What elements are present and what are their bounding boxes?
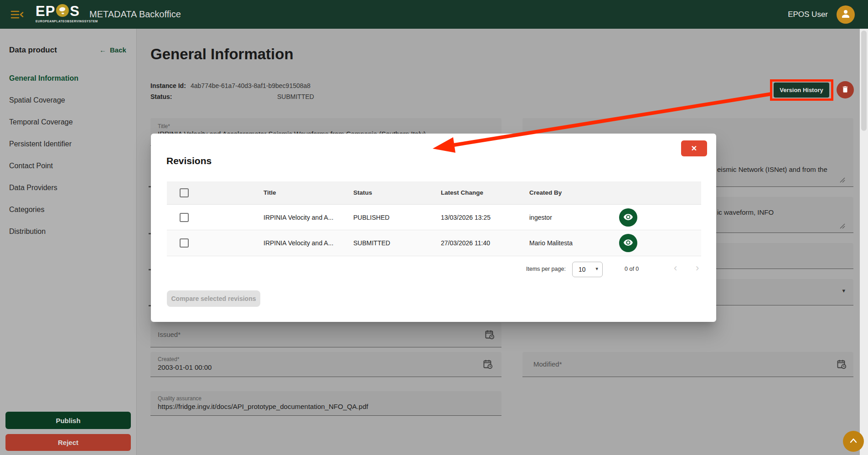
eye-icon <box>623 238 633 249</box>
column-header-latest-change: Latest Change <box>441 189 483 196</box>
cell-title: IRPINIA Velocity and A... <box>264 214 333 221</box>
chevron-up-icon <box>847 435 859 448</box>
delete-button[interactable] <box>837 81 854 98</box>
dropdown-arrow-icon: ▾ <box>595 266 598 272</box>
page-range-label: 0 of 0 <box>625 266 639 272</box>
trash-icon <box>841 85 849 95</box>
logo-text-ep: EP <box>36 3 55 20</box>
resize-handle-icon[interactable] <box>839 223 846 229</box>
status-badge: SUBMITTED <box>277 93 314 100</box>
calendar-clock-icon[interactable] <box>482 359 493 370</box>
column-header-title: Title <box>264 189 276 196</box>
sidebar-item-contact-point[interactable]: Contact Point <box>9 162 128 170</box>
next-page-icon[interactable]: › <box>696 262 699 274</box>
select-all-checkbox[interactable] <box>180 188 189 197</box>
sidebar-item-distribution[interactable]: Distribution <box>9 228 128 236</box>
calendar-clock-icon[interactable] <box>836 359 847 370</box>
table-row: IRPINIA Velocity and A... SUBMITTED 27/0… <box>167 230 701 256</box>
version-history-button[interactable]: Version History <box>774 83 829 98</box>
epos-logo[interactable]: EP S EUROPEANPLATEOBSERVINGSYSTEM <box>36 2 91 27</box>
menu-open-icon[interactable] <box>10 8 24 21</box>
cell-title: IRPINIA Velocity and A... <box>264 239 333 247</box>
eye-icon <box>623 212 633 223</box>
modified-field-label: Modified* <box>533 360 562 368</box>
created-field-label: Created* <box>158 356 179 362</box>
reject-button[interactable]: Reject <box>5 434 131 451</box>
dialog-title: Revisions <box>166 155 212 166</box>
scrollbar-track[interactable] <box>860 29 868 455</box>
quality-assurance-label: Quality assurance <box>158 395 202 402</box>
top-app-bar: EP S EUROPEANPLATEOBSERVINGSYSTEM METADA… <box>0 0 868 29</box>
dropdown-arrow-icon[interactable]: ▾ <box>842 287 845 294</box>
quality-assurance-field[interactable]: Quality assurance https://fridge.ingv.it… <box>150 391 501 416</box>
cell-created-by: ingestor <box>529 214 552 221</box>
scroll-to-top-button[interactable] <box>843 431 864 452</box>
close-button[interactable]: ✕ <box>681 140 707 156</box>
resize-handle-icon[interactable] <box>839 177 846 183</box>
sidebar-item-persistent-identifier[interactable]: Persistent Identifier <box>9 140 128 148</box>
revisions-dialog: ✕ Revisions Title Status Latest Change C… <box>151 134 716 322</box>
sidebar: Data product ← Back General Information … <box>0 29 137 455</box>
previous-page-icon[interactable]: ‹ <box>674 262 677 274</box>
back-arrow-icon: ← <box>99 46 106 54</box>
title-field-label: Title* <box>158 123 170 129</box>
scrollbar-thumb[interactable] <box>861 31 867 131</box>
close-icon: ✕ <box>691 145 697 152</box>
created-field-value: 2003-01-01 00:00 <box>158 363 212 371</box>
table-paginator: Items per page: 10 ▾ 0 of 0 ‹ › <box>167 256 701 283</box>
row-checkbox[interactable] <box>180 213 189 222</box>
page-size-value: 10 <box>579 266 586 273</box>
compare-revisions-button[interactable]: Compare selected revisions <box>167 290 260 307</box>
calendar-clock-icon[interactable] <box>484 329 495 340</box>
revisions-table: Title Status Latest Change Created By IR… <box>167 181 701 283</box>
globe-icon <box>56 4 69 19</box>
page-title: General Information <box>150 46 294 63</box>
items-per-page-label: Items per page: <box>526 266 566 272</box>
keywords-field-value: ic waveform, INFO <box>717 208 774 216</box>
sidebar-item-spatial-coverage[interactable]: Spatial Coverage <box>9 96 128 104</box>
page-size-select[interactable]: 10 ▾ <box>572 262 603 277</box>
quality-assurance-value: https://fridge.ingv.it/docs/API_prototyp… <box>158 403 368 410</box>
cell-latest-change: 13/03/2026 13:25 <box>441 214 491 221</box>
sidebar-panel-title: Data product <box>9 46 57 55</box>
view-revision-button[interactable] <box>619 234 637 252</box>
column-header-status: Status <box>353 189 372 196</box>
app-title: METADATA Backoffice <box>89 0 181 29</box>
person-icon <box>840 8 851 21</box>
instance-id-label: Instance Id: <box>150 82 186 89</box>
issued-field[interactable]: Issued* <box>150 322 501 347</box>
sidebar-item-categories[interactable]: Categories <box>9 206 128 214</box>
sidebar-item-data-providers[interactable]: Data Providers <box>9 184 128 192</box>
publish-button[interactable]: Publish <box>5 412 131 429</box>
back-label: Back <box>110 46 126 54</box>
user-avatar[interactable] <box>837 5 855 24</box>
cell-latest-change: 27/03/2026 11:40 <box>441 239 490 247</box>
instance-id-value: 4ab774be-61a7-40d3-8af1-b9bec91508a8 <box>191 82 310 89</box>
description-field-value: eismic Network (ISNet) and from the <box>717 165 827 173</box>
cell-status: SUBMITTED <box>353 239 390 247</box>
user-name: EPOS User <box>788 0 828 29</box>
table-header-row: Title Status Latest Change Created By <box>167 181 701 205</box>
created-field[interactable]: Created* 2003-01-01 00:00 <box>150 352 501 377</box>
row-checkbox[interactable] <box>180 238 189 248</box>
column-header-created-by: Created By <box>529 189 562 196</box>
sidebar-item-temporal-coverage[interactable]: Temporal Coverage <box>9 118 128 126</box>
status-label: Status: <box>150 93 172 100</box>
logo-subtitle: EUROPEANPLATEOBSERVINGSYSTEM <box>36 20 91 23</box>
back-link[interactable]: ← Back <box>99 46 126 54</box>
sidebar-item-general-information[interactable]: General Information <box>9 74 128 83</box>
table-row: IRPINIA Velocity and A... PUBLISHED 13/0… <box>167 205 701 230</box>
cell-status: PUBLISHED <box>353 214 389 221</box>
issued-field-label: Issued* <box>158 331 181 338</box>
modified-field[interactable]: Modified* <box>522 352 853 377</box>
logo-text-s: S <box>70 3 80 20</box>
cell-created-by: Mario Malitesta <box>529 239 573 247</box>
view-revision-button[interactable] <box>619 208 637 227</box>
